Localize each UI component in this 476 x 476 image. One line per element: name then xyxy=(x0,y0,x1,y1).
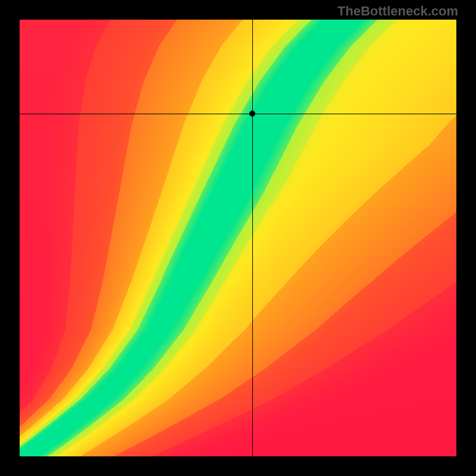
heatmap-canvas xyxy=(20,20,456,456)
crosshair-horizontal xyxy=(20,114,456,114)
heatmap-plot xyxy=(20,20,456,456)
chart-frame: TheBottleneck.com xyxy=(0,0,476,476)
marker-point xyxy=(249,111,255,117)
crosshair-vertical xyxy=(252,20,253,456)
watermark-text: TheBottleneck.com xyxy=(337,4,458,19)
